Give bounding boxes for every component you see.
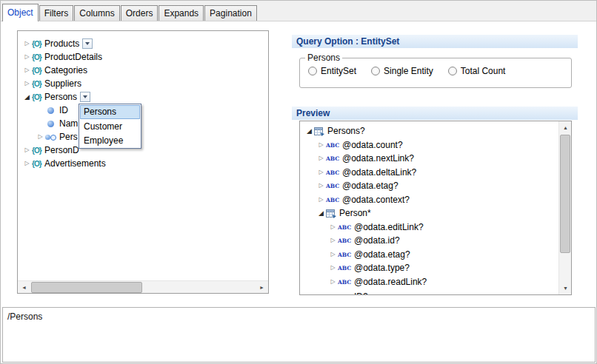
- string-field-icon: ABC: [338, 237, 353, 244]
- preview-item-id[interactable]: ▷ 123 ID?: [328, 290, 368, 295]
- groupbox-label: Persons: [305, 53, 342, 63]
- radio-circle-icon[interactable]: [448, 67, 457, 75]
- tree-item-label: Categories: [44, 65, 87, 75]
- preview-item-odata-deltalink[interactable]: ▷ ABC @odata.deltaLink?: [316, 166, 416, 179]
- preview-item-odata-editlink[interactable]: ▷ ABC @odata.editLink?: [328, 220, 424, 234]
- tree-item-persons[interactable]: ◢ {O} Persons: [22, 90, 90, 104]
- expander-collapsed-icon[interactable]: ▷: [22, 144, 32, 157]
- scroll-right-button[interactable]: ►: [256, 281, 268, 294]
- scroll-left-button[interactable]: ◄: [18, 281, 30, 294]
- radio-entityset[interactable]: EntitySet: [308, 66, 356, 76]
- tab-columns[interactable]: Columns: [74, 5, 119, 21]
- tree-item-suppliers[interactable]: ▷ {O} Suppliers: [22, 77, 81, 90]
- preview-item-odata-id[interactable]: ▷ ABC @odata.id?: [328, 234, 400, 247]
- tree-item-label: ProductDetails: [44, 52, 102, 62]
- entityset-icon: {O}: [32, 67, 44, 75]
- entity-icon: [314, 127, 324, 136]
- horizontal-scrollbar[interactable]: ◄ ►: [18, 280, 268, 293]
- tree-item-productdetails[interactable]: ▷ {O} ProductDetails: [22, 50, 102, 64]
- expander-collapsed-icon[interactable]: ▷: [328, 220, 338, 234]
- tree-item-persons-person[interactable]: ▷ Pers: [36, 130, 78, 144]
- expander-collapsed-icon[interactable]: ▷: [22, 37, 32, 50]
- expander-collapsed-icon[interactable]: ▷: [22, 64, 32, 77]
- preview-tree-panel: ◢ Persons? ▷ ABC @odata.count? ▷ ABC @od…: [299, 121, 572, 295]
- vertical-scrollbar-thumb[interactable]: [560, 135, 570, 253]
- expander-collapsed-icon[interactable]: ▷: [316, 152, 326, 165]
- string-field-icon: ABC: [326, 183, 341, 189]
- preview-item-label: @odata.deltaLink?: [342, 167, 416, 178]
- expander-collapsed-icon[interactable]: ▷: [22, 77, 32, 90]
- radio-circle-icon[interactable]: [308, 67, 317, 75]
- scroll-up-icon: ▲: [563, 125, 568, 130]
- expander-collapsed-icon[interactable]: ▷: [328, 248, 338, 261]
- tree-item-label: Advertisements: [44, 158, 106, 169]
- preview-item-person[interactable]: ◢ Person*: [316, 206, 371, 220]
- expander-collapsed-icon[interactable]: ▷: [328, 261, 338, 274]
- tree-item-label: Persons: [44, 92, 77, 102]
- preview-item-label: @odata.context?: [342, 195, 410, 205]
- radio-total-count[interactable]: Total Count: [448, 66, 506, 76]
- radio-single-entity[interactable]: Single Entity: [371, 66, 433, 76]
- tree-item-persons-name[interactable]: Nam: [36, 117, 78, 130]
- preview-item-odata-type[interactable]: ▷ ABC @odata.type?: [328, 261, 410, 274]
- entity-type-dropdown-button[interactable]: [80, 92, 90, 102]
- expander-collapsed-icon[interactable]: ▷: [316, 166, 326, 179]
- entity-type-dropdown-button[interactable]: [82, 38, 93, 49]
- tab-bar: Object Filters Columns Orders Expands Pa…: [1, 1, 596, 21]
- preview-item-odata-readlink[interactable]: ▷ ABC @odata.readLink?: [328, 275, 427, 289]
- string-field-icon: ABC: [326, 155, 341, 162]
- preview-header: Preview: [292, 107, 578, 120]
- preview-item-odata-context[interactable]: ▷ ABC @odata.context?: [316, 193, 410, 206]
- expander-collapsed-icon[interactable]: ▷: [316, 193, 326, 206]
- tree-item-persondetails[interactable]: ▷ {O} PersonD: [22, 144, 79, 157]
- expander-expanded-icon[interactable]: ◢: [304, 124, 314, 138]
- expander-expanded-icon[interactable]: ◢: [22, 90, 32, 104]
- scroll-up-button[interactable]: ▲: [559, 121, 572, 134]
- query-option-header: Query Option : EntitySet: [292, 35, 578, 48]
- radio-circle-icon[interactable]: [371, 67, 380, 75]
- preview-item-label: Persons?: [327, 126, 365, 136]
- dropdown-item-employee[interactable]: Employee: [80, 133, 140, 147]
- expander-collapsed-icon[interactable]: ▷: [22, 157, 32, 170]
- entity-icon: [326, 209, 336, 218]
- tab-orders[interactable]: Orders: [121, 5, 159, 21]
- preview-item-label: @odata.type?: [354, 263, 410, 273]
- tree-item-categories[interactable]: ▷ {O} Categories: [22, 64, 87, 77]
- tree-item-advertisements[interactable]: ▷ {O} Advertisements: [22, 157, 106, 170]
- expander-collapsed-icon[interactable]: ▷: [328, 275, 338, 289]
- chevron-down-icon: [85, 42, 90, 45]
- tree-item-products[interactable]: ▷ {O} Products: [22, 37, 93, 50]
- dropdown-item-persons[interactable]: Persons: [80, 105, 140, 119]
- preview-item-odata-etag2[interactable]: ▷ ABC @odata.etag?: [328, 248, 410, 261]
- horizontal-scrollbar-thumb[interactable]: [31, 282, 142, 293]
- preview-item-odata-count[interactable]: ▷ ABC @odata.count?: [316, 138, 403, 152]
- scroll-down-icon: ▼: [563, 286, 568, 291]
- expander-collapsed-icon[interactable]: ▷: [328, 234, 338, 247]
- odata-query-designer-window: Object Filters Columns Orders Expands Pa…: [0, 0, 597, 364]
- radio-label: EntitySet: [321, 66, 356, 76]
- query-url-output[interactable]: /Persons: [2, 307, 596, 363]
- entity-type-dropdown: Persons Customer Employee: [79, 104, 141, 149]
- preview-item-persons[interactable]: ◢ Persons?: [304, 124, 365, 138]
- vertical-scrollbar[interactable]: ▲ ▼: [558, 121, 571, 294]
- entityset-icon: {O}: [32, 53, 44, 61]
- persons-groupbox: Persons EntitySet Single Entity Total Co…: [299, 53, 572, 88]
- tab-expands[interactable]: Expands: [159, 5, 204, 21]
- tree-item-persons-id[interactable]: ID: [36, 104, 68, 117]
- preview-item-odata-etag[interactable]: ▷ ABC @odata.etag?: [316, 179, 398, 192]
- scroll-down-button[interactable]: ▼: [559, 282, 572, 294]
- entityset-icon: {O}: [32, 80, 44, 88]
- dropdown-item-customer[interactable]: Customer: [80, 119, 140, 133]
- preview-item-odata-nextlink[interactable]: ▷ ABC @odata.nextLink?: [316, 152, 414, 165]
- expander-collapsed-icon[interactable]: ▷: [316, 138, 326, 152]
- tab-filters[interactable]: Filters: [39, 5, 74, 21]
- expander-collapsed-icon[interactable]: ▷: [316, 179, 326, 192]
- expander-collapsed-icon[interactable]: ▷: [328, 290, 338, 295]
- expander-collapsed-icon[interactable]: ▷: [36, 130, 45, 144]
- property-icon: [47, 121, 54, 127]
- expander-collapsed-icon[interactable]: ▷: [22, 50, 32, 64]
- tab-object[interactable]: Object: [2, 4, 39, 21]
- expander-expanded-icon[interactable]: ◢: [316, 206, 326, 220]
- tab-pagination[interactable]: Pagination: [204, 5, 257, 21]
- tree-item-label: Suppliers: [44, 78, 81, 89]
